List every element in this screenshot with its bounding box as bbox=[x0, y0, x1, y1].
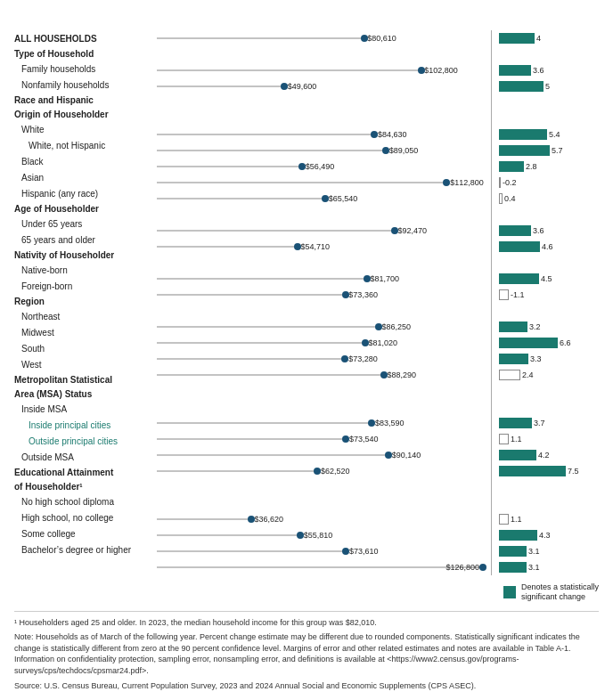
label-row: Race and Hispanic bbox=[14, 93, 157, 107]
bar-chart-column: 43.655.45.72.8-0.20.43.64.64.5-1.13.26.6… bbox=[492, 30, 599, 575]
row-label-text: Under 65 years bbox=[14, 219, 82, 229]
dot-marker bbox=[368, 419, 375, 427]
dot-row bbox=[157, 399, 491, 415]
row-label-text: South bbox=[14, 344, 45, 354]
row-label-text: 65 years and older bbox=[14, 235, 95, 245]
dot-chart-column: $80,610$102,800$49,600$84,630$89,050$56,… bbox=[157, 30, 492, 575]
label-row: Under 65 years bbox=[14, 216, 157, 232]
change-bar bbox=[499, 129, 547, 140]
label-row: Metropolitan Statistical bbox=[14, 372, 157, 387]
dot-row bbox=[157, 46, 491, 62]
dot-row bbox=[157, 207, 491, 223]
bar-row: 4 bbox=[499, 30, 599, 46]
row-label-text: Midwest bbox=[14, 328, 54, 338]
dot-line bbox=[157, 183, 446, 183]
label-row: of Householder¹ bbox=[14, 479, 157, 493]
dot-value-label: $56,490 bbox=[306, 162, 335, 171]
dot-marker bbox=[342, 435, 349, 443]
change-bar-value: 3.6 bbox=[533, 66, 544, 75]
dot-marker bbox=[361, 35, 368, 42]
bar-row: 3.1 bbox=[499, 559, 599, 575]
dot-value-label: $80,610 bbox=[367, 34, 396, 43]
label-row: Midwest bbox=[14, 324, 157, 340]
label-row: Black bbox=[14, 153, 157, 169]
row-label-text: of Householder¹ bbox=[14, 482, 83, 492]
label-row: Origin of Householder bbox=[14, 107, 157, 121]
bar-row: 5.4 bbox=[499, 126, 599, 142]
change-bar bbox=[499, 546, 527, 557]
bar-row bbox=[499, 94, 599, 110]
dot-value-label: $92,470 bbox=[397, 226, 427, 235]
dot-marker bbox=[418, 67, 425, 74]
dot-value-label: $54,710 bbox=[301, 242, 331, 251]
dot-marker bbox=[362, 339, 369, 346]
dot-line bbox=[157, 247, 298, 248]
change-bar bbox=[499, 530, 537, 541]
change-bar-value: 6.6 bbox=[560, 338, 571, 347]
change-bar-value: 7.5 bbox=[568, 467, 579, 476]
change-bar-value: 3.2 bbox=[529, 322, 541, 331]
legend-area: Denotes a statisticallysignificant chang… bbox=[14, 582, 599, 602]
bar-row: 6.6 bbox=[499, 335, 599, 351]
dot-marker bbox=[382, 147, 389, 154]
row-label-text: Asian bbox=[14, 173, 44, 183]
change-bar-value: 4.5 bbox=[541, 274, 552, 283]
row-label-text: Hispanic (any race) bbox=[14, 189, 98, 199]
row-label-text: High school, no college bbox=[14, 513, 113, 523]
dot-row: $36,620 bbox=[157, 511, 491, 527]
bar-row: 3.2 bbox=[499, 319, 599, 335]
dot-line bbox=[157, 519, 251, 520]
bar-row: -1.1 bbox=[499, 287, 599, 303]
dot-row: $81,700 bbox=[157, 271, 491, 287]
change-bar bbox=[499, 418, 532, 428]
change-bar bbox=[499, 450, 536, 460]
chart-body: ALL HOUSEHOLDSType of HouseholdFamily ho… bbox=[14, 30, 599, 575]
dot-line bbox=[157, 134, 374, 135]
dot-marker bbox=[297, 532, 304, 539]
change-bar-value: 2.8 bbox=[526, 162, 537, 171]
dot-row: $92,470 bbox=[157, 223, 491, 239]
dot-row: $102,800 bbox=[157, 62, 491, 78]
change-bar bbox=[499, 161, 524, 172]
bar-row: 2.8 bbox=[499, 159, 599, 175]
row-label-text: West bbox=[14, 360, 42, 370]
dot-row: $62,520 bbox=[157, 463, 491, 479]
dot-marker bbox=[342, 291, 349, 298]
dot-marker bbox=[380, 371, 388, 378]
change-bar-value: 1.1 bbox=[511, 515, 522, 524]
dot-row: $54,710 bbox=[157, 239, 491, 255]
row-label-text: Type of Household bbox=[14, 49, 94, 59]
dot-value-label: $49,600 bbox=[288, 82, 317, 91]
bar-row: 3.3 bbox=[499, 351, 599, 367]
dot-line bbox=[157, 439, 346, 440]
dot-value-label: $88,290 bbox=[387, 370, 416, 379]
dot-row: $65,540 bbox=[157, 191, 491, 207]
bar-row: 3.6 bbox=[499, 223, 599, 239]
dot-line bbox=[157, 359, 345, 360]
dot-value-label: $102,800 bbox=[424, 66, 458, 75]
dot-marker bbox=[294, 243, 301, 250]
dot-marker bbox=[385, 452, 392, 459]
change-bar bbox=[499, 338, 558, 348]
dot-row bbox=[157, 479, 491, 495]
row-label-text: Outside MSA bbox=[14, 452, 74, 462]
dot-marker bbox=[479, 564, 486, 571]
dot-row bbox=[157, 255, 491, 271]
dot-marker bbox=[375, 323, 382, 330]
dot-row: $49,600 bbox=[157, 78, 491, 94]
label-row: South bbox=[14, 340, 157, 356]
bar-row: 1.1 bbox=[499, 511, 599, 527]
dot-row: $83,590 bbox=[157, 415, 491, 431]
change-bar bbox=[499, 434, 509, 444]
dot-line bbox=[157, 167, 302, 167]
footnote-1: ¹ Householders aged 25 and older. In 202… bbox=[14, 617, 599, 629]
change-bar bbox=[499, 289, 509, 300]
dot-value-label: $81,020 bbox=[368, 338, 397, 347]
bar-row bbox=[499, 110, 599, 126]
dot-marker bbox=[281, 83, 288, 90]
dot-value-label: $126,800 bbox=[445, 563, 479, 572]
row-label-text: Origin of Householder bbox=[14, 110, 109, 119]
dot-row: $112,800 bbox=[157, 175, 491, 191]
dot-marker bbox=[364, 275, 371, 282]
bar-row: 4.6 bbox=[499, 239, 599, 255]
